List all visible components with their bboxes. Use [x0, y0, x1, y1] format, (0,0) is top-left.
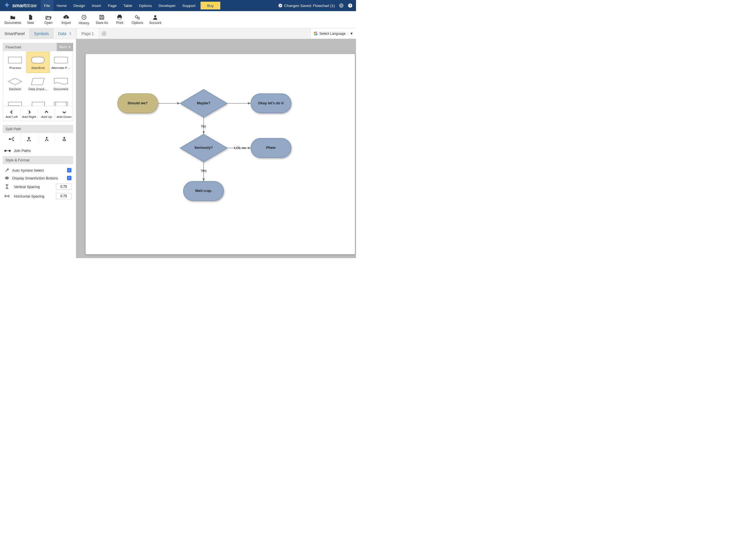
menu-insert[interactable]: Insert [88, 0, 105, 11]
file-icon [28, 15, 33, 20]
clock-icon [81, 14, 87, 20]
join-icon [4, 149, 11, 153]
split-4-button[interactable] [56, 135, 73, 143]
language-selector[interactable]: Select Language | ▼ [310, 28, 356, 39]
plus-circle-icon [102, 31, 106, 36]
join-paths-button[interactable]: Join Paths [3, 145, 73, 156]
split-icon [44, 137, 50, 141]
arrow-up-icon [45, 110, 48, 114]
shape-decision[interactable]: Decision [4, 73, 26, 94]
add-right-button[interactable]: Add Right [21, 108, 38, 121]
add-direction-row: Add Left Add Right Add Up Add Down [3, 108, 73, 121]
svg-point-24 [46, 137, 47, 139]
svg-point-26 [47, 140, 48, 141]
node-okay[interactable]: Okay let's do it [251, 93, 291, 113]
split-icon [61, 137, 67, 141]
shape-process[interactable]: Process [4, 52, 26, 73]
menu-design[interactable]: Design [70, 0, 88, 11]
panel-tabs: SmartPanel Symbols Data X [0, 28, 76, 39]
node-maybe[interactable]: Maybe? [180, 89, 227, 117]
tab-smartpanel[interactable]: SmartPanel [0, 28, 29, 39]
tool-options[interactable]: Options [129, 11, 146, 28]
tool-print[interactable]: Print [111, 11, 129, 28]
svg-rect-12 [8, 57, 22, 63]
cloud-up-icon [63, 15, 69, 20]
print-icon [117, 15, 122, 20]
diagram-svg[interactable]: No LOL no Yes Should we? Maybe? [86, 54, 355, 254]
vspacing-input[interactable] [56, 184, 71, 190]
tool-history[interactable]: History [75, 11, 93, 28]
svg-rect-15 [54, 102, 68, 106]
menu-support[interactable]: Support [179, 0, 199, 11]
shape-extra3[interactable] [50, 94, 72, 106]
split-3-button[interactable] [38, 135, 56, 143]
wand-icon [4, 168, 9, 172]
menu-table[interactable]: Table [120, 0, 135, 11]
split-1-button[interactable] [3, 135, 20, 143]
svg-point-33 [6, 177, 8, 179]
svg-text:?: ? [349, 4, 351, 7]
menu-right: Changes Saved: Flowchart (1) ? [278, 0, 356, 11]
logo-text-bold: smart [12, 3, 26, 8]
split-icon [26, 137, 32, 141]
page-tab-1[interactable]: Page 1 [76, 28, 99, 39]
page-tabs: Page 1 Select Language | ▼ [76, 28, 356, 39]
tool-open[interactable]: Open [39, 11, 57, 28]
shape-data[interactable]: Data (Input… [26, 73, 49, 94]
menu-home[interactable]: Home [53, 0, 70, 11]
flowchart-section-header: Flowchart More ▾ [3, 43, 73, 51]
display-smart-checkbox[interactable]: ✓ [67, 176, 71, 180]
svg-point-1 [339, 4, 343, 8]
shape-extra2[interactable] [26, 94, 49, 106]
add-page-button[interactable] [99, 28, 109, 39]
svg-text:Seriously?: Seriously? [194, 145, 213, 150]
logo-icon [4, 2, 10, 9]
arrow-right-icon [27, 110, 31, 114]
node-seriously[interactable]: Seriously? [180, 134, 227, 162]
buy-button[interactable]: Buy [201, 2, 220, 9]
tab-symbols[interactable]: Symbols [29, 28, 54, 39]
svg-point-9 [154, 15, 156, 17]
shape-extra1[interactable] [4, 94, 26, 106]
close-icon[interactable]: X [69, 31, 71, 36]
add-down-button[interactable]: Add Down [55, 108, 73, 121]
canvas-page[interactable]: No LOL no Yes Should we? Maybe? [86, 54, 355, 254]
add-left-button[interactable]: Add Left [3, 108, 21, 121]
svg-text:Phew: Phew [266, 145, 276, 150]
svg-rect-14 [54, 57, 68, 63]
menu-developer[interactable]: Developer [155, 0, 179, 11]
help-icon[interactable]: ? [348, 3, 353, 8]
split-2-button[interactable] [20, 135, 38, 143]
menu-file[interactable]: File [41, 0, 53, 11]
edge-label-no: No [201, 124, 206, 128]
canvas-area[interactable]: No LOL no Yes Should we? Maybe? [76, 39, 356, 258]
vspacing-icon [4, 184, 9, 189]
tool-documents[interactable]: Documents [4, 11, 22, 28]
svg-point-20 [13, 140, 14, 141]
tool-saveas[interactable]: Save As [93, 11, 111, 28]
tool-new[interactable]: New [22, 11, 39, 28]
hspacing-input[interactable] [56, 193, 71, 199]
add-up-button[interactable]: Add Up [38, 108, 56, 121]
menu-options[interactable]: Options [135, 0, 155, 11]
eye-icon [4, 176, 9, 180]
shape-altprocess[interactable]: Alternate P… [50, 52, 72, 73]
tool-account[interactable]: Account [146, 11, 164, 28]
svg-point-27 [64, 137, 65, 139]
lifesaver-icon[interactable] [339, 3, 344, 8]
node-start[interactable]: Should we? [118, 93, 158, 113]
tool-import[interactable]: Import [57, 11, 75, 28]
more-button[interactable]: More ▾ [57, 43, 73, 51]
shape-startend[interactable]: Start/End [26, 52, 49, 73]
tab-data[interactable]: Data X [54, 28, 76, 39]
menu-page[interactable]: Page [105, 0, 120, 11]
svg-rect-13 [31, 57, 45, 63]
svg-point-21 [28, 137, 30, 139]
svg-rect-32 [9, 150, 11, 152]
user-icon [153, 15, 158, 20]
shape-document[interactable]: Document [50, 73, 72, 94]
auto-symbol-row: Auto Symbol Select ✓ [4, 166, 72, 174]
node-crap[interactable]: Well crap. [183, 181, 224, 201]
auto-symbol-checkbox[interactable]: ✓ [67, 168, 71, 172]
node-phew[interactable]: Phew [251, 138, 291, 158]
